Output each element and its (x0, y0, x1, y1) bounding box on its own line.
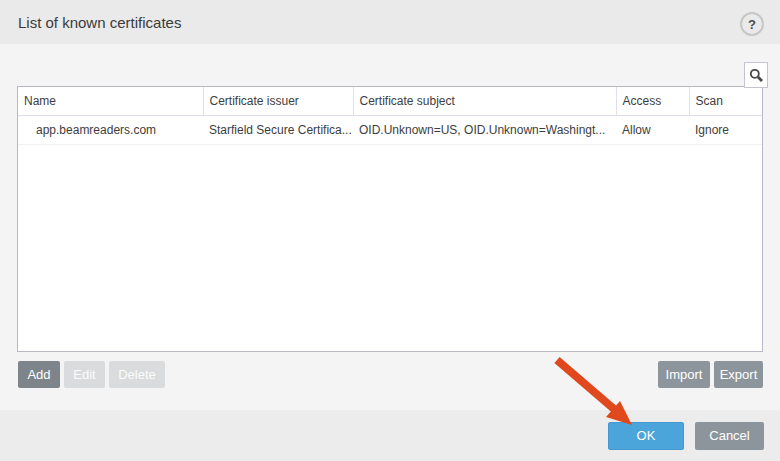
column-header-scan[interactable]: Scan (689, 87, 762, 115)
search-icon (749, 68, 764, 83)
import-button[interactable]: Import (658, 361, 710, 388)
column-header-certificate-subject[interactable]: Certificate subject (353, 87, 616, 115)
table-row[interactable]: app.beamreaders.com Starfield Secure Cer… (18, 115, 762, 144)
ok-button[interactable]: OK (608, 422, 684, 450)
column-header-certificate-issuer[interactable]: Certificate issuer (203, 87, 353, 115)
column-header-name[interactable]: Name (18, 87, 203, 115)
dialog-titlebar: List of known certificates (0, 0, 780, 44)
cell-access: Allow (616, 115, 689, 144)
cell-certificate-subject: OID.Unknown=US, OID.Unknown=Washingt... (353, 115, 616, 144)
search-button[interactable] (744, 62, 768, 88)
delete-button[interactable]: Delete (109, 361, 165, 388)
cell-name: app.beamreaders.com (18, 115, 203, 144)
table-header-row: Name Certificate issuer Certificate subj… (18, 87, 762, 115)
help-icon[interactable]: ? (740, 12, 764, 36)
cancel-button[interactable]: Cancel (695, 422, 764, 450)
column-header-access[interactable]: Access (616, 87, 689, 115)
help-icon-glyph: ? (748, 17, 756, 32)
add-button[interactable]: Add (18, 361, 60, 388)
cell-scan: Ignore (689, 115, 762, 144)
cell-certificate-issuer: Starfield Secure Certifica... (203, 115, 353, 144)
edit-button[interactable]: Edit (64, 361, 105, 388)
page-title: List of known certificates (18, 14, 181, 31)
export-button[interactable]: Export (714, 361, 763, 388)
certificates-table: Name Certificate issuer Certificate subj… (17, 86, 763, 352)
